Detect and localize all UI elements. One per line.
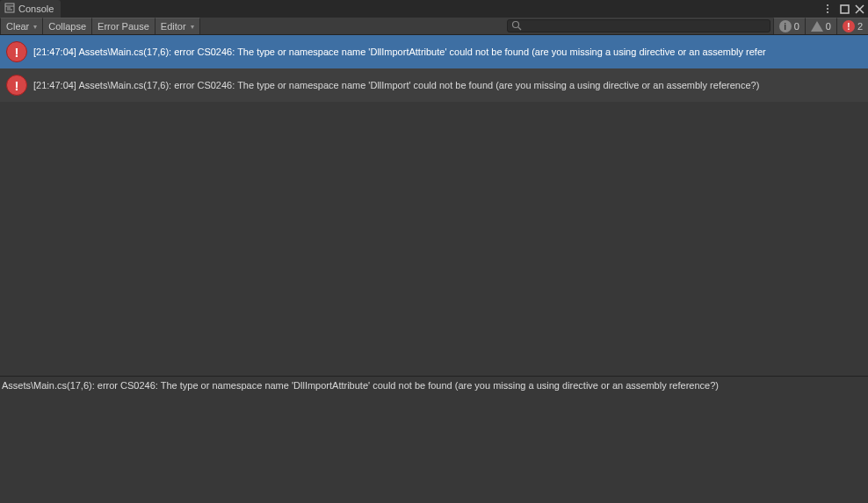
clear-button[interactable]: Clear xyxy=(0,18,43,34)
detail-text: Assets\Main.cs(17,6): error CS0246: The … xyxy=(2,380,719,391)
tab-title: Console xyxy=(18,4,54,14)
window-controls xyxy=(826,0,864,18)
search-icon xyxy=(511,20,522,32)
error-icon: ! xyxy=(5,40,28,63)
toolbar: Clear Collapse Error Pause Editor i 0 0 … xyxy=(0,18,868,35)
svg-point-10 xyxy=(512,21,518,27)
log-text: [21:47:04] Assets\Main.cs(17,6): error C… xyxy=(33,47,766,57)
error-count-toggle[interactable]: ! 2 xyxy=(836,18,868,34)
info-count-toggle[interactable]: i 0 xyxy=(773,18,805,34)
search-input[interactable] xyxy=(522,21,766,32)
spacer xyxy=(200,18,504,34)
svg-point-4 xyxy=(827,4,828,6)
error-pause-button[interactable]: Error Pause xyxy=(92,18,156,34)
close-icon[interactable] xyxy=(855,4,864,14)
log-row[interactable]: ! [21:47:04] Assets\Main.cs(17,6): error… xyxy=(0,35,868,68)
info-icon: i xyxy=(779,20,792,32)
svg-point-6 xyxy=(827,11,828,13)
svg-point-5 xyxy=(827,8,828,10)
error-count: 2 xyxy=(857,21,863,32)
log-row[interactable]: ! [21:47:04] Assets\Main.cs(17,6): error… xyxy=(0,68,868,102)
detail-pane: Assets\Main.cs(17,6): error CS0246: The … xyxy=(0,376,868,503)
tab-bar: Console xyxy=(0,0,868,18)
svg-line-11 xyxy=(518,27,521,30)
svg-rect-7 xyxy=(841,5,849,13)
warn-count: 0 xyxy=(826,21,831,32)
collapse-button[interactable]: Collapse xyxy=(43,18,92,34)
info-count: 0 xyxy=(794,21,799,32)
menu-icon[interactable] xyxy=(826,4,835,14)
console-tab[interactable]: Console xyxy=(0,0,61,18)
warning-icon xyxy=(811,21,823,32)
editor-button[interactable]: Editor xyxy=(156,18,200,34)
console-icon xyxy=(4,3,15,15)
log-text: [21:47:04] Assets\Main.cs(17,6): error C… xyxy=(33,80,759,90)
log-list: ! [21:47:04] Assets\Main.cs(17,6): error… xyxy=(0,35,868,376)
maximize-icon[interactable] xyxy=(840,4,850,14)
search-box[interactable] xyxy=(507,19,770,32)
warn-count-toggle[interactable]: 0 xyxy=(805,18,836,34)
error-icon: ! xyxy=(843,20,855,32)
error-icon: ! xyxy=(5,74,28,97)
